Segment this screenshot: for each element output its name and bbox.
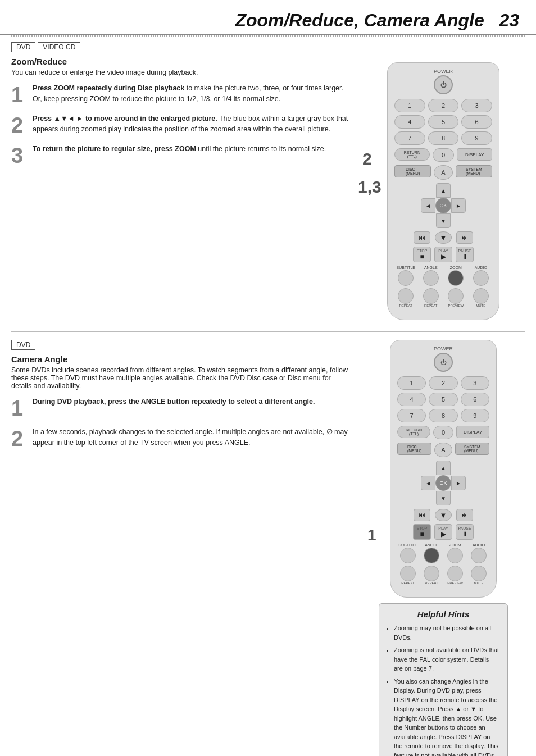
camera-btn-display[interactable]: DISPLAY: [456, 426, 489, 438]
camera-btn-return[interactable]: RETURN(TTL): [397, 426, 430, 438]
skip-row: ⏮ ▼ ⏭: [394, 231, 492, 244]
camera-dpad-container: ▲ ▼ ◄ ► OK: [397, 461, 489, 505]
camera-btn-repeat-2[interactable]: [424, 566, 439, 581]
btn-a[interactable]: A: [434, 165, 453, 180]
camera-btn-subtitle[interactable]: [400, 548, 416, 563]
camera-dpad-up[interactable]: ▲: [436, 461, 451, 475]
section-divider: [11, 331, 525, 332]
camera-btn-mute[interactable]: [471, 566, 487, 581]
camera-btn-1[interactable]: 1: [397, 376, 426, 390]
camera-btn-a[interactable]: A: [434, 443, 452, 457]
btn-9[interactable]: 9: [461, 131, 492, 145]
btn-skip-back[interactable]: ⏮: [414, 231, 430, 244]
camera-btn-stop[interactable]: STOP ■: [413, 524, 431, 540]
func-subtitle-col: SUBTITLE: [394, 266, 417, 286]
function-row: SUBTITLE ANGLE ZOOM AUDIO: [394, 266, 492, 286]
step-number-1: 1: [11, 83, 27, 106]
camera-func-subtitle-col: SUBTITLE: [397, 543, 419, 563]
camera-btn-4[interactable]: 4: [397, 393, 426, 406]
btn-skip-forward[interactable]: ⏭: [456, 231, 473, 244]
dpad-left[interactable]: ◄: [421, 198, 435, 213]
mute-label: MUTE: [470, 304, 493, 307]
btn-subtitle[interactable]: [398, 270, 414, 286]
btn-7[interactable]: 7: [394, 131, 425, 145]
camera-btn-6[interactable]: 6: [461, 393, 489, 406]
camera-step-number-2: 2: [11, 427, 27, 449]
transport-row: STOP ■ PLAY ▶ PAUSE ⏸: [394, 247, 492, 262]
dpad-up[interactable]: ▲: [436, 183, 451, 198]
btn-2[interactable]: 2: [428, 99, 459, 112]
camera-btn-pause[interactable]: PAUSE ⏸: [456, 524, 474, 540]
camera-dpad-ok[interactable]: OK: [435, 475, 451, 491]
camera-btn-2[interactable]: 2: [429, 376, 457, 390]
camera-dpad-left[interactable]: ◄: [421, 476, 435, 490]
camera-btn-skip-back[interactable]: ⏮: [414, 509, 430, 521]
number-grid: 1 2 3 4 5 6 7 8 9: [394, 99, 492, 145]
camera-btn-preview[interactable]: [447, 566, 463, 581]
repeat-4-col: MUTE: [470, 288, 493, 307]
func-audio-col: AUDIO: [470, 266, 493, 286]
camera-btn-7[interactable]: 7: [397, 409, 426, 422]
camera-btn-5[interactable]: 5: [429, 393, 457, 406]
camera-btn-system-menu[interactable]: SYSTEM(MENU): [455, 443, 489, 455]
camera-btn-0[interactable]: 0: [433, 426, 453, 439]
zoom-intro: You can reduce or enlarge the video imag…: [11, 69, 351, 76]
camera-dpad-right[interactable]: ►: [451, 476, 466, 490]
dpad-ok[interactable]: OK: [435, 198, 451, 213]
btn-pause[interactable]: PAUSE ⏸: [456, 247, 474, 262]
camera-btn-9[interactable]: 9: [461, 409, 489, 422]
power-label: POWER: [394, 69, 492, 74]
btn-5[interactable]: 5: [428, 115, 459, 129]
camera-step-number-1: 1: [11, 397, 27, 419]
page-header: Zoom/Reduce, Camera Angle 23: [0, 0, 536, 35]
camera-btn-angle[interactable]: [424, 548, 439, 563]
btn-zoom[interactable]: [448, 270, 464, 286]
btn-angle[interactable]: [423, 270, 439, 286]
hints-title: Helpful Hints: [387, 609, 499, 619]
btn-return[interactable]: RETURN(TTL): [394, 148, 430, 161]
camera-menu-row: DISC(MENU) A SYSTEM(MENU): [397, 443, 489, 457]
btn-8[interactable]: 8: [428, 131, 459, 145]
btn-system-menu[interactable]: SYSTEM(MENU): [456, 165, 492, 177]
btn-3[interactable]: 3: [461, 99, 492, 112]
camera-btn-repeat-1[interactable]: [400, 566, 416, 581]
remote-step-label-13: 1,3: [358, 177, 381, 197]
camera-btn-8[interactable]: 8: [429, 409, 457, 422]
camera-btn-down-arrow[interactable]: ▼: [435, 509, 452, 521]
btn-mute[interactable]: [473, 288, 489, 304]
btn-disc-menu[interactable]: DISC(MENU): [394, 165, 431, 177]
btn-preview[interactable]: [448, 288, 464, 304]
btn-stop[interactable]: STOP ■: [413, 247, 431, 262]
hints-content: Zooming may not be possible on all DVDs.…: [387, 623, 499, 756]
btn-play[interactable]: PLAY ▶: [434, 247, 452, 262]
camera-step-text-2: In a few seconds, playback changes to th…: [33, 427, 351, 448]
btn-down-arrow[interactable]: ▼: [435, 231, 452, 244]
camera-power-button[interactable]: ⏻: [434, 353, 453, 372]
badge-dvd-bottom: DVD: [11, 340, 35, 350]
camera-btn-play[interactable]: PLAY ▶: [434, 524, 452, 540]
btn-1[interactable]: 1: [394, 99, 425, 112]
camera-special-row: RETURN(TTL) 0 DISPLAY: [397, 426, 489, 439]
btn-0[interactable]: 0: [433, 148, 454, 162]
camera-btn-zoom[interactable]: [447, 548, 463, 563]
btn-repeat-1[interactable]: [398, 288, 414, 304]
dpad-right[interactable]: ►: [451, 198, 466, 213]
camera-btn-skip-forward[interactable]: ⏭: [456, 509, 473, 521]
zoom-step-1: 1 Press ZOOM repeatedly during Disc play…: [11, 83, 351, 106]
dpad-down[interactable]: ▼: [436, 213, 451, 228]
btn-repeat-2[interactable]: [423, 288, 439, 304]
btn-6[interactable]: 6: [461, 115, 492, 129]
step-text-2: Press ▲▼◄ ► to move around in the enlarg…: [33, 113, 351, 135]
btn-display[interactable]: DISPLAY: [457, 148, 492, 161]
camera-dpad-down[interactable]: ▼: [436, 491, 451, 505]
camera-skip-row: ⏮ ▼ ⏭: [397, 509, 489, 521]
power-button[interactable]: ⏻: [434, 75, 453, 94]
btn-audio[interactable]: [473, 270, 489, 286]
btn-4[interactable]: 4: [394, 115, 425, 129]
camera-btn-3[interactable]: 3: [461, 376, 489, 390]
camera-step-2: 2 In a few seconds, playback changes to …: [11, 427, 351, 449]
camera-btn-disc-menu[interactable]: DISC(MENU): [397, 443, 431, 455]
camera-repeat-2-col: REPEAT: [421, 566, 442, 585]
camera-btn-audio[interactable]: [471, 548, 487, 563]
menu-row: DISC(MENU) A SYSTEM(MENU): [394, 165, 492, 180]
